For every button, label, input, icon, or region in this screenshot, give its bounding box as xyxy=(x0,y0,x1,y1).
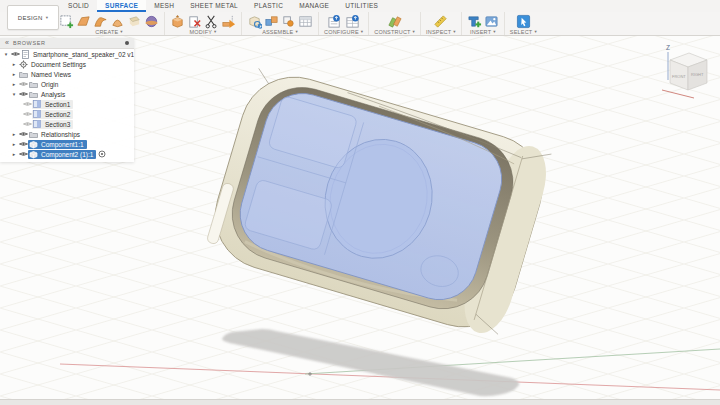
tree-row-label[interactable]: Component2 (1):1 xyxy=(38,150,96,159)
inspect-group-label[interactable]: INSPECT▾ xyxy=(426,29,456,35)
visibility-eye-icon[interactable] xyxy=(18,91,28,97)
tab-sheet-metal[interactable]: SHEET METAL xyxy=(182,0,246,12)
tree-row-label[interactable]: Section2 xyxy=(42,110,73,119)
tree-row-label[interactable]: Named Views xyxy=(28,70,74,79)
loft-icon[interactable] xyxy=(127,14,142,29)
press-pull-icon[interactable] xyxy=(170,14,185,29)
tree-row-relationships[interactable]: ▸ Relationships xyxy=(0,129,134,139)
document-icon xyxy=(20,50,30,59)
configuration-table-icon[interactable] xyxy=(345,14,361,29)
tree-row-component2[interactable]: ▸ Component2 (1):1 xyxy=(0,149,134,159)
create-group-label[interactable]: CREATE▾ xyxy=(95,29,123,35)
tree-row-component1[interactable]: ▸ Component1:1 xyxy=(0,139,134,149)
insert-canvas-icon[interactable] xyxy=(484,14,499,29)
right-face-label: RIGHT xyxy=(691,72,704,77)
insert-derive-icon[interactable] xyxy=(467,14,482,29)
folder-icon xyxy=(28,81,38,88)
visibility-eye-icon[interactable] xyxy=(18,131,28,137)
tree-row-section2[interactable]: Section2 xyxy=(0,109,134,119)
tree-row-document[interactable]: ▾ Smartphone_stand_speaker_02 v1 xyxy=(0,49,134,59)
joint-icon[interactable] xyxy=(264,14,279,29)
tree-row-label[interactable]: Analysis xyxy=(38,90,68,99)
front-face-label: FRONT xyxy=(672,74,686,79)
configuration-icon[interactable] xyxy=(327,14,343,29)
tree-row-document-settings[interactable]: ▸ Document Settings xyxy=(0,59,134,69)
patch-icon[interactable] xyxy=(76,14,91,29)
visibility-eye-icon[interactable] xyxy=(18,141,28,147)
tree-row-analysis[interactable]: ▾ Analysis xyxy=(0,89,134,99)
replace-face-icon[interactable] xyxy=(187,14,202,29)
extrude-surface-icon[interactable] xyxy=(93,14,108,29)
visibility-eye-icon[interactable] xyxy=(22,111,32,117)
expander-icon[interactable]: ▸ xyxy=(10,81,18,87)
expander-icon[interactable]: ▸ xyxy=(10,71,18,77)
extend-icon[interactable] xyxy=(221,14,236,29)
tree-row-label[interactable]: Component1:1 xyxy=(38,140,87,149)
measure-icon[interactable] xyxy=(433,14,448,29)
modify-group-label[interactable]: MODIFY▾ xyxy=(189,29,216,35)
bom-table-icon[interactable] xyxy=(298,14,313,29)
expander-icon[interactable]: ▸ xyxy=(10,131,18,137)
tab-solid[interactable]: SOLID xyxy=(60,0,97,12)
tree-row-section3[interactable]: Section3 xyxy=(0,119,134,129)
revolve-surface-icon[interactable] xyxy=(110,14,125,29)
view-cube-body[interactable]: FRONT RIGHT xyxy=(670,53,707,90)
toolbar-group-inspect: INSPECT▾ xyxy=(421,12,462,35)
create-sketch-icon[interactable] xyxy=(59,14,74,29)
insert-group-label[interactable]: INSERT▾ xyxy=(470,29,496,35)
joint-origin-icon[interactable] xyxy=(281,14,296,29)
component-cube-icon xyxy=(28,140,38,149)
tree-row-label[interactable]: Section1 xyxy=(42,100,73,109)
expander-icon[interactable]: ▸ xyxy=(10,151,18,157)
select-group-label[interactable]: SELECT▾ xyxy=(510,29,537,35)
selected-row-highlight[interactable]: Component2 (1):1 xyxy=(28,150,96,159)
construct-group-label[interactable]: CONSTRUCT▾ xyxy=(374,29,415,35)
visibility-eye-icon[interactable] xyxy=(10,51,20,57)
visibility-eye-icon[interactable] xyxy=(18,81,28,87)
panel-collapse-icon[interactable]: « xyxy=(5,38,9,48)
toolbar-group-insert: INSERT▾ xyxy=(462,12,505,35)
design-workspace-menu[interactable]: DESIGN▾ xyxy=(7,5,59,30)
tree-row-label[interactable]: Section3 xyxy=(42,120,73,129)
create-form-icon[interactable] xyxy=(144,14,159,29)
visibility-eye-icon[interactable] xyxy=(18,151,28,157)
canvas-3d-viewport[interactable]: « BROWSER ▾ Smartphone_stand_speaker_02 … xyxy=(0,36,720,405)
tree-row-origin[interactable]: ▸ Origin xyxy=(0,79,134,89)
z-axis-label: Z xyxy=(666,44,670,51)
expander-icon[interactable]: ▸ xyxy=(10,141,18,147)
tab-manage[interactable]: MANAGE xyxy=(291,0,337,12)
settings-gear-icon xyxy=(18,60,28,69)
browser-title: BROWSER xyxy=(13,40,121,46)
select-icon[interactable] xyxy=(516,14,531,29)
panel-options-icon[interactable] xyxy=(125,41,129,45)
tree-row-label[interactable]: Smartphone_stand_speaker_02 v1 xyxy=(30,50,137,59)
selected-row-highlight[interactable]: Component1:1 xyxy=(28,140,87,149)
expander-icon[interactable]: ▾ xyxy=(2,51,10,57)
tab-plastic[interactable]: PLASTIC xyxy=(246,0,291,12)
construct-plane-icon[interactable] xyxy=(387,14,402,29)
fusion360-window: SOLID SURFACE MESH SHEET METAL PLASTIC M… xyxy=(0,0,720,405)
tab-surface[interactable]: SURFACE xyxy=(97,0,146,12)
tree-row-named-views[interactable]: ▸ Named Views xyxy=(0,69,134,79)
folder-icon xyxy=(28,91,38,98)
tree-row-label[interactable]: Relationships xyxy=(38,130,83,139)
tab-mesh[interactable]: MESH xyxy=(146,0,182,12)
tab-utilities[interactable]: UTILITIES xyxy=(337,0,386,12)
toolbar-group-select: SELECT▾ xyxy=(505,12,542,35)
tree-row-label[interactable]: Document Settings xyxy=(28,60,89,69)
tree-row-section1[interactable]: Section1 xyxy=(0,99,134,109)
visibility-eye-icon[interactable] xyxy=(22,101,32,107)
configure-group-label[interactable]: CONFIGURE▾ xyxy=(324,29,363,35)
trim-icon[interactable] xyxy=(204,14,219,29)
new-component-icon[interactable] xyxy=(247,14,262,29)
assemble-group-label[interactable]: ASSEMBLE▾ xyxy=(262,29,298,35)
ribbon-toolbar: CREATE▾ MODIFY▾ xyxy=(0,12,720,35)
folder-icon xyxy=(28,131,38,138)
tree-row-label[interactable]: Origin xyxy=(38,80,61,89)
browser-header: « BROWSER xyxy=(0,38,134,49)
expander-icon[interactable]: ▾ xyxy=(10,91,18,97)
visibility-eye-icon[interactable] xyxy=(22,121,32,127)
view-cube[interactable]: Z FRONT RIGHT xyxy=(654,38,716,104)
x-axis-indicator xyxy=(662,90,694,98)
expander-icon[interactable]: ▸ xyxy=(10,61,18,67)
